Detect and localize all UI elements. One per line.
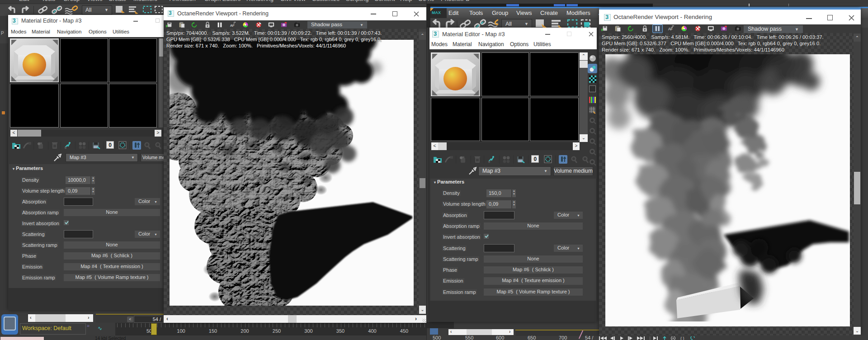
svg-text:{ }: { } (680, 336, 684, 340)
